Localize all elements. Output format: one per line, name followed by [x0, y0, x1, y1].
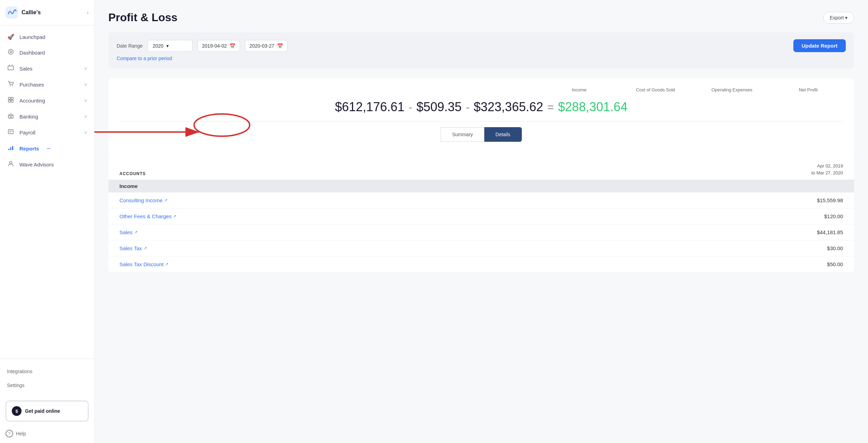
launchpad-icon: 🚀 [7, 34, 15, 40]
table-header-row: ACCOUNTS Apr 02, 2019 to Mar 27, 2020 [108, 156, 854, 180]
sidebar-label-purchases: Purchases [19, 82, 44, 88]
details-tab[interactable]: Details [484, 127, 522, 142]
date-range-select[interactable]: 2020 ▾ [148, 40, 193, 52]
sales-arrow-icon: ∨ [84, 66, 87, 71]
minus1-op: - [409, 101, 412, 114]
net-profit-label: Net Profit [799, 87, 818, 92]
payroll-arrow-icon: ∨ [84, 130, 87, 135]
main-content: Profit & Loss Export ▾ Date Range 2020 ▾… [94, 0, 868, 443]
end-date-input[interactable]: 2020-03-27 📅 [245, 40, 287, 52]
other-fees-link[interactable]: Other Fees & Charges ↗ [119, 213, 176, 219]
sidebar-label-payroll: Payroll [19, 130, 35, 136]
income-label: Income [572, 87, 587, 92]
banking-icon [7, 113, 15, 120]
purchases-arrow-icon: ∨ [84, 82, 87, 87]
sidebar-chevron-icon[interactable]: › [87, 10, 89, 15]
sidebar-label-reports: Reports [19, 146, 39, 151]
dashboard-icon [7, 49, 15, 56]
table-date-range: Apr 02, 2019 to Mar 27, 2020 [811, 163, 843, 176]
wave-logo-icon [6, 6, 18, 19]
income-section-header: Income [108, 180, 854, 192]
filter-row: Date Range 2020 ▾ 2019-04-02 📅 2020-03-2… [117, 39, 846, 52]
svg-point-1 [8, 49, 13, 54]
export-button[interactable]: Export ▾ [823, 12, 854, 24]
help-button[interactable]: ? Help [6, 430, 89, 437]
summary-tab[interactable]: Summary [441, 127, 484, 142]
sidebar-item-settings[interactable]: Settings [0, 378, 94, 392]
date-range-label: Date Range [117, 43, 143, 49]
table-row: Sales Tax Discount ↗ $50.00 [108, 256, 854, 272]
sidebar-item-banking[interactable]: Banking ∨ [0, 108, 94, 124]
sidebar-item-dashboard[interactable]: Dashboard [0, 44, 94, 60]
filter-bar: Date Range 2020 ▾ 2019-04-02 📅 2020-03-2… [108, 32, 854, 68]
sidebar-item-launchpad[interactable]: 🚀 Launchpad [0, 30, 94, 44]
table-row: Sales ↗ $44,181.85 [108, 224, 854, 240]
sidebar-item-reports[interactable]: Reports — [0, 140, 94, 156]
sidebar-secondary: Integrations Settings [0, 362, 94, 395]
minus2-op: - [466, 101, 470, 114]
date-line2: to Mar 27, 2020 [811, 170, 843, 177]
sidebar-label-banking: Banking [19, 114, 38, 120]
table-row: Sales Tax ↗ $30.00 [108, 240, 854, 256]
external-link-icon-1: ↗ [173, 214, 176, 219]
sales-link[interactable]: Sales ↗ [119, 229, 137, 235]
date-range-value: 2020 [153, 43, 164, 49]
external-link-icon-3: ↗ [144, 246, 147, 251]
sidebar-item-purchases[interactable]: Purchases ∨ [0, 76, 94, 92]
consulting-income-amount: $15,559.98 [817, 197, 843, 203]
svg-rect-9 [11, 100, 13, 102]
svg-point-5 [12, 85, 13, 86]
svg-rect-0 [6, 6, 18, 19]
compare-link[interactable]: Compare to a prior period [117, 56, 172, 61]
sidebar: Callie's › 🚀 Launchpad Dashboard Sales ∨… [0, 0, 94, 443]
calendar-icon-end: 📅 [277, 43, 283, 49]
sidebar-label-dashboard: Dashboard [19, 50, 45, 56]
other-fees-label: Other Fees & Charges [119, 213, 172, 219]
summary-numbers: $612,176.61 - $509.35 - $323,365.62 = $2… [119, 96, 843, 121]
svg-point-2 [10, 51, 12, 53]
integrations-label: Integrations [7, 369, 32, 374]
start-date-input[interactable]: 2019-04-02 📅 [198, 40, 240, 52]
sidebar-header[interactable]: Callie's › [0, 0, 94, 25]
reports-icon [7, 145, 15, 152]
summary-headers: Income Cost of Goods Sold Operating Expe… [119, 87, 843, 93]
company-name: Callie's [22, 9, 41, 16]
wave-advisors-icon [7, 161, 15, 168]
sidebar-label-launchpad: Launchpad [19, 34, 45, 40]
cogs-value: $509.35 [416, 100, 461, 114]
dropdown-arrow-icon: ▾ [166, 43, 169, 49]
summary-section: Income Cost of Goods Sold Operating Expe… [108, 78, 854, 156]
sales-tax-link[interactable]: Sales Tax ↗ [119, 245, 147, 251]
tabs-container: Summary Details [119, 121, 843, 147]
cogs-label: Cost of Goods Sold [636, 87, 675, 92]
sidebar-item-payroll[interactable]: Payroll ∨ [0, 124, 94, 140]
banking-arrow-icon: ∨ [84, 114, 87, 119]
sidebar-item-sales[interactable]: Sales ∨ [0, 60, 94, 76]
sidebar-item-accounting[interactable]: Accounting ∨ [0, 92, 94, 108]
svg-rect-10 [8, 115, 13, 118]
settings-label: Settings [7, 383, 25, 388]
accounting-icon [7, 97, 15, 104]
date-line1: Apr 02, 2019 [811, 163, 843, 170]
accounting-arrow-icon: ∨ [84, 98, 87, 103]
company-logo: Callie's [6, 6, 41, 19]
sales-tax-discount-link[interactable]: Sales Tax Discount ↗ [119, 261, 168, 267]
get-paid-icon: $ [12, 406, 22, 416]
sidebar-item-integrations[interactable]: Integrations [0, 364, 94, 378]
sales-tax-discount-amount: $50.00 [827, 261, 843, 267]
svg-point-18 [10, 162, 12, 164]
table-section: ACCOUNTS Apr 02, 2019 to Mar 27, 2020 In… [108, 156, 854, 272]
svg-point-4 [10, 85, 11, 86]
cogs-col-header: Cost of Goods Sold [621, 87, 690, 93]
svg-rect-8 [8, 100, 10, 102]
sidebar-label-sales: Sales [19, 66, 33, 72]
sales-tax-amount: $30.00 [827, 245, 843, 251]
get-paid-button[interactable]: $ Get paid online [6, 401, 89, 421]
net-profit-col-header: Net Profit [774, 87, 843, 93]
start-date-value: 2019-04-02 [202, 43, 227, 49]
sidebar-item-wave-advisors[interactable]: Wave Advisors [0, 156, 94, 172]
consulting-income-link[interactable]: Consulting Income ↗ [119, 197, 167, 203]
sales-amount: $44,181.85 [817, 229, 843, 235]
sidebar-divider [0, 359, 94, 359]
update-report-button[interactable]: Update Report [793, 39, 846, 52]
